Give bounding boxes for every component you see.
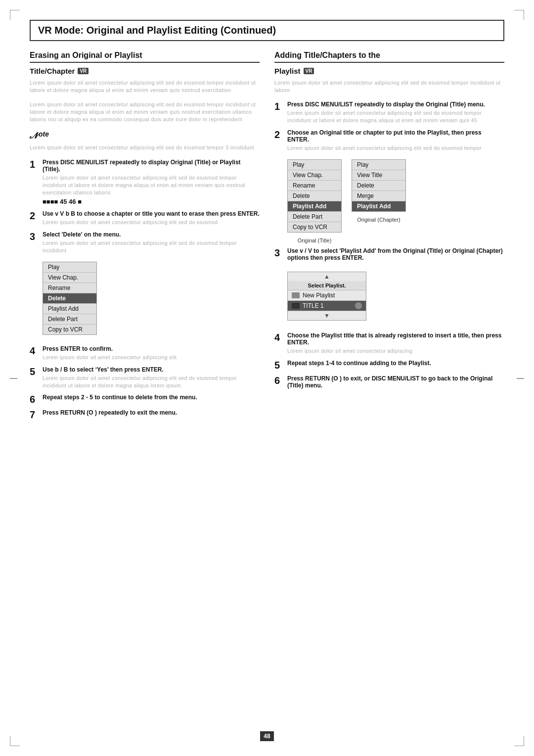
right-column: Adding Title/Chapters to the Playlist VR… bbox=[274, 51, 504, 425]
title1-circle-icon bbox=[355, 302, 362, 309]
select-playlist-box: ▲ Select Playlist. New Playlist TITLE 1 … bbox=[287, 272, 366, 321]
left-step-2-main: Use v V b B to choose a chapter or title… bbox=[43, 210, 260, 217]
left-step-1-detail: Lorem ipsum dolor sit amet consectetur a… bbox=[43, 174, 260, 196]
left-menu-container: Play View Chap. Rename Delete Playlist A… bbox=[43, 259, 260, 338]
oc-delete: Delete bbox=[352, 181, 405, 191]
right-subtitle-text: Playlist bbox=[274, 67, 301, 75]
left-menu-view-chap: View Chap. bbox=[43, 273, 96, 283]
left-menu-play: Play bbox=[43, 262, 96, 273]
select-playlist-wrapper: ▲ Select Playlist. New Playlist TITLE 1 … bbox=[287, 268, 504, 325]
page-number: 48 bbox=[260, 731, 274, 741]
left-step-6-main: Repeat steps 2 - 5 to continue to delete… bbox=[43, 394, 260, 401]
left-step-3-detail: Lorem ipsum dolor sit amet consectetur a… bbox=[43, 239, 260, 254]
left-step-4-main: Press ENTER to confirm. bbox=[43, 345, 260, 352]
right-step-4-content: Choose the Playlist title that is alread… bbox=[287, 332, 504, 355]
left-step-2-detail: Lorem ipsum dolor sit amet consectetur a… bbox=[43, 219, 260, 226]
corner-mark-br bbox=[514, 736, 524, 746]
left-section-title: Erasing an Original or Playlist bbox=[30, 51, 260, 63]
left-step-4-detail: Lorem ipsum dolor sit amet consectetur a… bbox=[43, 354, 260, 361]
left-step-1: 1 Press DISC MENU/LIST repeatedly to dis… bbox=[30, 159, 260, 205]
ot-rename: Rename bbox=[288, 181, 341, 191]
left-subtitle-text: Title/Chapter bbox=[30, 67, 75, 75]
note-label: ote bbox=[39, 130, 49, 138]
left-step-5-detail: Lorem ipsum dolor sit amet consectetur a… bbox=[43, 375, 260, 389]
left-step-4-number: 4 bbox=[30, 346, 39, 361]
left-step-2-content: Use v V b B to choose a chapter or title… bbox=[43, 210, 260, 226]
right-step-2-content: Choose an Original title or chapter to p… bbox=[287, 129, 504, 152]
left-section-subtitle: Title/Chapter VR bbox=[30, 67, 260, 75]
left-step-1-main: Press DISC MENU/LIST repeatedly to displ… bbox=[43, 159, 260, 173]
right-step-6: 6 Press RETURN (O ) to exit, or DISC MEN… bbox=[274, 375, 504, 390]
right-step-6-number: 6 bbox=[274, 376, 283, 390]
left-step-1-pages: ■■■■ 45 46 ■ bbox=[43, 198, 82, 205]
two-column-layout: Erasing an Original or Playlist Title/Ch… bbox=[30, 51, 504, 425]
right-intro: Lorem ipsum dolor sit amet consectetur a… bbox=[274, 79, 504, 94]
right-step-4-main: Choose the Playlist title that is alread… bbox=[287, 332, 504, 346]
right-step-2-main: Choose an Original title or chapter to p… bbox=[287, 129, 504, 143]
right-menu-group: Play View Chap. Rename Delete Playlist A… bbox=[287, 156, 504, 243]
left-column: Erasing an Original or Playlist Title/Ch… bbox=[30, 51, 260, 425]
left-step-6-number: 6 bbox=[30, 394, 39, 404]
corner-mark-tr bbox=[514, 10, 524, 20]
left-intro-1: Lorem ipsum dolor sit amet consectetur a… bbox=[30, 79, 260, 94]
left-step-2: 2 Use v V b B to choose a chapter or tit… bbox=[30, 210, 260, 226]
left-step-7-number: 7 bbox=[30, 410, 39, 420]
right-step-2: 2 Choose an Original title or chapter to… bbox=[274, 129, 504, 152]
new-playlist-icon bbox=[292, 292, 300, 298]
corner-mark-bl bbox=[10, 736, 20, 746]
left-intro-2: Lorem ipsum dolor sit amet consectetur a… bbox=[30, 101, 260, 123]
left-step-4: 4 Press ENTER to confirm. Lorem ipsum do… bbox=[30, 345, 260, 361]
left-step-3-number: 3 bbox=[30, 232, 39, 254]
left-step-6-content: Repeat steps 2 - 5 to continue to delete… bbox=[43, 394, 260, 404]
right-step-1-content: Press DISC MENU/LIST repeatedly to displ… bbox=[287, 101, 504, 124]
side-mark-right bbox=[517, 378, 524, 379]
right-step-2-number: 2 bbox=[274, 130, 283, 152]
note-box: 𝒩 ote bbox=[30, 130, 260, 140]
oc-playlist-add: Playlist Add bbox=[352, 201, 405, 211]
right-step-1-number: 1 bbox=[274, 101, 283, 124]
left-step-7-content: Press RETURN (O ) repeatedly to exit the… bbox=[43, 409, 260, 420]
right-step-3-main: Use v / V to select 'Playlist Add' from … bbox=[287, 247, 504, 261]
right-step-3-content: Use v / V to select 'Playlist Add' from … bbox=[287, 247, 504, 263]
oc-play: Play bbox=[352, 160, 405, 170]
original-chapter-menu: Play View Title Delete Merge Playlist Ad… bbox=[352, 159, 406, 212]
left-menu-delete: Delete bbox=[43, 293, 96, 304]
left-step-3: 3 Select 'Delete' on the menu. Lorem ips… bbox=[30, 231, 260, 254]
left-step-1-content: Press DISC MENU/LIST repeatedly to displ… bbox=[43, 159, 260, 205]
right-vr-badge: VR bbox=[304, 68, 314, 74]
main-title-banner: VR Mode: Original and Playlist Editing (… bbox=[30, 20, 504, 41]
left-step-2-number: 2 bbox=[30, 211, 39, 226]
left-step-5-content: Use b / B to select ‘Yes’ then press ENT… bbox=[43, 366, 260, 389]
ot-play: Play bbox=[288, 160, 341, 170]
left-vr-badge: VR bbox=[78, 68, 89, 74]
right-step-3: 3 Use v / V to select 'Playlist Add' fro… bbox=[274, 247, 504, 263]
corner-mark-tl bbox=[10, 10, 20, 20]
right-section-title-text: Adding Title/Chapters to the bbox=[274, 51, 380, 59]
right-step-6-main: Press RETURN (O ) to exit, or DISC MENU/… bbox=[287, 375, 504, 389]
title1-label: TITLE 1 bbox=[303, 302, 324, 309]
left-step-5: 5 Use b / B to select ‘Yes’ then press E… bbox=[30, 366, 260, 389]
playlist-arrow-down: ▼ bbox=[288, 311, 366, 320]
right-step-5-main: Repeat steps 1-4 to continue adding to t… bbox=[287, 360, 504, 367]
ot-playlist-add: Playlist Add bbox=[288, 201, 341, 212]
left-step-3-content: Select 'Delete' on the menu. Lorem ipsum… bbox=[43, 231, 260, 254]
ot-delete-part: Delete Part bbox=[288, 212, 341, 222]
left-step-4-content: Press ENTER to confirm. Lorem ipsum dolo… bbox=[43, 345, 260, 361]
main-title: VR Mode: Original and Playlist Editing (… bbox=[38, 25, 496, 36]
right-step-5: 5 Repeat steps 1-4 to continue adding to… bbox=[274, 360, 504, 370]
original-chapter-label: Original (Chapter) bbox=[352, 217, 406, 223]
left-step-5-main: Use b / B to select ‘Yes’ then press ENT… bbox=[43, 366, 260, 373]
left-menu-delete-part: Delete Part bbox=[43, 314, 96, 325]
right-section-subtitle: Playlist VR bbox=[274, 67, 504, 75]
right-step-1: 1 Press DISC MENU/LIST repeatedly to dis… bbox=[274, 101, 504, 124]
right-step-5-content: Repeat steps 1-4 to continue adding to t… bbox=[287, 360, 504, 370]
ot-view-chap: View Chap. bbox=[288, 170, 341, 181]
left-menu-playlist-add: Playlist Add bbox=[43, 304, 96, 314]
title1-icon bbox=[292, 303, 300, 309]
right-step-4: 4 Choose the Playlist title that is alre… bbox=[274, 332, 504, 355]
oc-merge: Merge bbox=[352, 191, 405, 201]
left-menu-rename: Rename bbox=[43, 283, 96, 293]
original-title-menu: Play View Chap. Rename Delete Playlist A… bbox=[287, 159, 342, 233]
right-step-1-main: Press DISC MENU/LIST repeatedly to displ… bbox=[287, 101, 504, 108]
original-title-label: Original (Title) bbox=[287, 237, 342, 243]
